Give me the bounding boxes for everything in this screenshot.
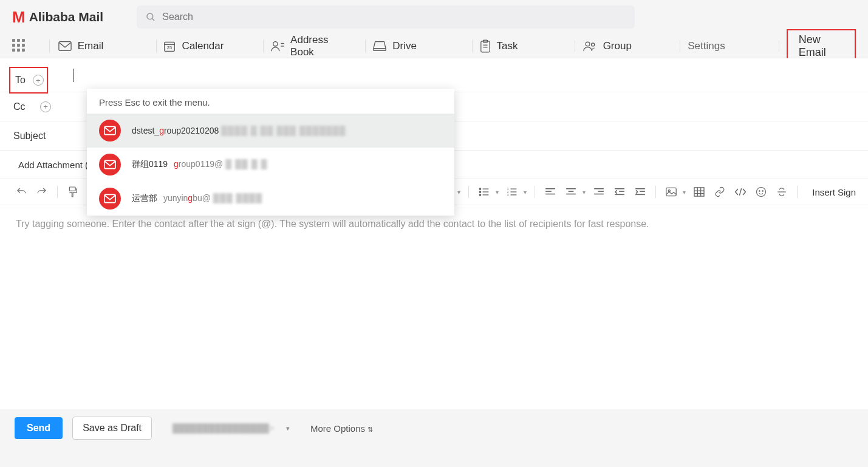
nav-calendar-label: Calendar [182,40,224,52]
svg-line-1 [152,19,154,21]
nav-group[interactable]: Group [583,34,632,58]
chevron-down-icon[interactable]: ▾ [680,183,688,201]
svg-rect-18 [104,194,115,202]
search-input[interactable] [137,5,635,29]
send-button[interactable]: Send [15,417,63,439]
attachment-label: Add Attachment (40 [18,160,98,170]
top-bar: M Alibaba Mail [0,0,868,34]
apps-grid-button[interactable] [12,39,25,53]
nav-separator [575,40,575,52]
unordered-list-icon[interactable] [475,183,493,201]
app-logo: M Alibaba Mail [12,8,103,27]
chevron-down-icon[interactable]: ▾ [286,424,290,432]
cc-input[interactable] [51,102,57,111]
nav-separator [49,40,50,52]
more-options-button[interactable]: More Options⇅ [310,423,373,434]
align-right-icon[interactable] [590,183,608,201]
svg-point-14 [586,42,590,46]
svg-rect-10 [480,41,489,52]
svg-point-24 [480,194,481,196]
image-icon[interactable] [662,183,680,201]
indent-decrease-icon[interactable] [610,183,629,201]
to-label: To [15,75,26,86]
search-icon [145,12,156,22]
insert-signature-button[interactable]: Insert Sign [804,187,856,197]
ordered-list-icon[interactable]: 123 [503,183,521,201]
chevron-down-icon[interactable]: ▾ [493,183,501,201]
to-row [0,58,868,92]
svg-line-54 [740,188,742,196]
strikethrough-icon[interactable] [773,183,791,201]
updown-icon: ⇅ [367,426,373,433]
mail-icon [58,41,72,52]
editor-placeholder: Try tagging someone. Enter the contact a… [16,219,649,229]
emoji-icon[interactable] [752,183,770,201]
nav-separator [365,40,366,52]
nav-separator [779,40,779,52]
nav-task-label: Task [497,40,518,52]
svg-point-15 [591,43,594,46]
suggestion-text: 群组0119 group0119@ █ ██ █ █ [132,159,267,170]
align-left-icon[interactable] [541,183,559,201]
group-icon [583,40,597,52]
task-icon [480,39,491,53]
nav-calendar[interactable]: 25 Calendar [163,34,224,58]
chevron-down-icon[interactable]: ▾ [455,183,462,201]
to-input[interactable] [73,70,80,81]
indent-increase-icon[interactable] [631,183,649,201]
mail-avatar-icon [99,120,121,141]
calendar-icon: 25 [163,40,176,52]
nav-settings[interactable]: Settings [688,34,725,58]
code-icon[interactable] [731,183,750,201]
nav-drive-label: Drive [392,40,417,52]
suggestion-item[interactable]: 群组0119 group0119@ █ ██ █ █ [87,148,454,182]
align-center-icon[interactable] [562,183,580,201]
editor-body[interactable]: Try tagging someone. Enter the contact a… [0,205,868,409]
add-cc-icon[interactable]: + [40,101,51,112]
contact-icon [271,40,284,52]
app-name: Alibaba Mail [29,10,104,24]
redo-icon[interactable] [33,183,51,201]
link-icon[interactable] [711,183,729,201]
from-address[interactable]: ████████████████> [173,423,274,433]
chevron-down-icon[interactable]: ▾ [521,183,528,201]
suggestion-item[interactable]: 运营部 yunyingbu@ ███ ████ [87,182,454,216]
nav-task[interactable]: Task [480,34,518,58]
cc-label: Cc [13,101,26,112]
svg-rect-2 [59,41,71,50]
drive-icon [373,41,386,52]
nav-drive[interactable]: Drive [373,34,417,58]
logo-mark: M [12,8,26,27]
svg-point-22 [480,191,481,193]
svg-rect-17 [104,160,115,168]
dropdown-hint: Press Esc to exit the menu. [87,89,454,114]
search-wrap [137,5,635,29]
svg-point-55 [757,188,766,197]
svg-point-57 [762,191,764,192]
svg-point-0 [147,13,153,19]
svg-rect-49 [694,188,704,196]
undo-icon[interactable] [12,183,30,201]
to-field-highlight[interactable]: To + [9,67,48,94]
save-draft-button[interactable]: Save as Draft [72,417,152,440]
subject-label: Subject [13,131,46,141]
bottom-bar: Send Save as Draft ████████████████> ▾ M… [0,409,868,447]
nav-settings-label: Settings [688,40,725,52]
nav-separator [472,40,473,52]
add-recipient-icon[interactable]: + [33,75,44,86]
suggestion-text: dstest_group20210208 ████ █ ██ ███ █████… [132,126,346,135]
nav-email-label: Email [78,40,104,52]
mail-avatar-icon [99,154,121,176]
nav-separator [156,40,157,52]
main-nav: Email 25 Calendar Address Book Drive Tas… [0,34,868,58]
suggestion-item[interactable]: dstest_group20210208 ████ █ ██ ███ █████… [87,114,454,148]
format-painter-icon[interactable] [64,183,82,201]
svg-point-6 [273,41,278,46]
svg-rect-19 [69,187,75,191]
suggestion-text: 运营部 yunyingbu@ ███ ████ [132,193,262,204]
chevron-down-icon[interactable]: ▾ [580,183,587,201]
nav-email[interactable]: Email [58,34,104,58]
svg-rect-47 [666,188,676,196]
nav-address-book[interactable]: Address Book [271,34,343,58]
table-icon[interactable] [690,183,708,201]
